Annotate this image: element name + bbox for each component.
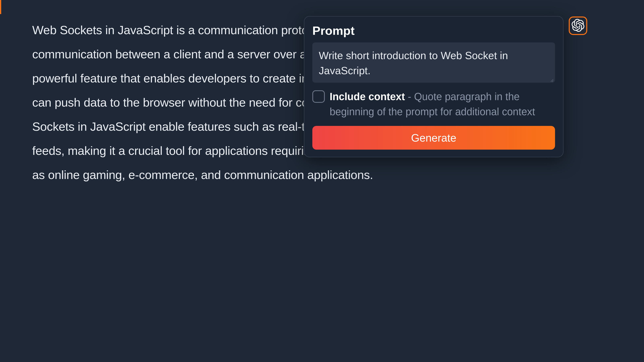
include-context-label: Include context xyxy=(330,91,405,102)
include-context-checkbox[interactable] xyxy=(312,90,325,103)
left-accent-bar xyxy=(0,0,1,14)
ai-assistant-button[interactable] xyxy=(569,16,587,35)
include-context-text: Include context - Quote paragraph in the… xyxy=(330,89,555,119)
include-context-row: Include context - Quote paragraph in the… xyxy=(312,89,555,119)
prompt-title: Prompt xyxy=(312,24,555,38)
generate-button[interactable]: Generate xyxy=(312,126,555,150)
openai-icon xyxy=(572,19,584,32)
resize-handle-icon[interactable] xyxy=(550,78,554,82)
prompt-panel: Prompt Include context - Quote paragraph… xyxy=(304,16,564,157)
prompt-textarea[interactable] xyxy=(312,42,555,83)
